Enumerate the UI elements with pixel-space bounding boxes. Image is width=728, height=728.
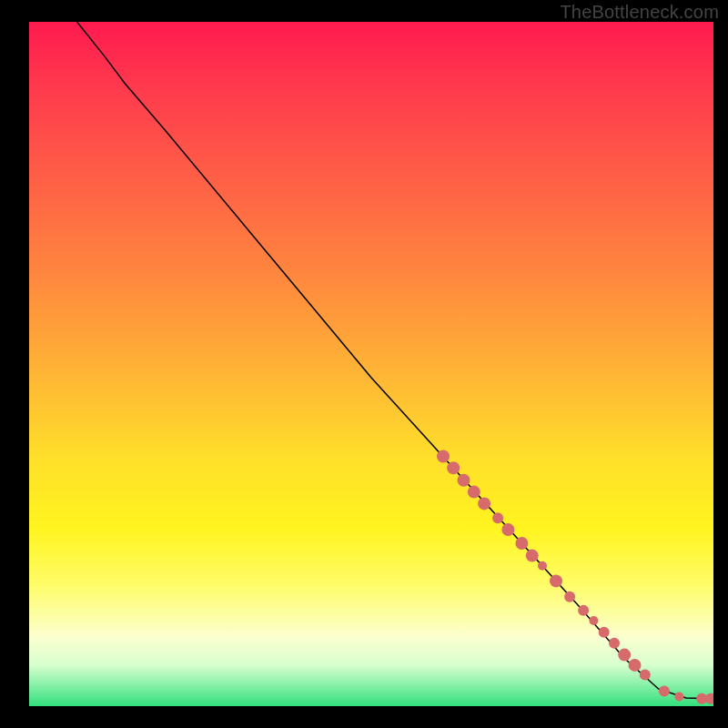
data-point: [458, 474, 470, 487]
data-point: [599, 627, 610, 638]
data-point: [468, 486, 480, 499]
plot-area: [29, 22, 713, 706]
data-point: [564, 592, 575, 602]
chart-svg: [29, 22, 713, 706]
data-point: [640, 669, 651, 680]
data-point: [609, 638, 620, 649]
data-point: [501, 523, 514, 536]
data-point: [550, 574, 562, 587]
data-point: [629, 659, 642, 672]
data-point: [437, 450, 450, 463]
data-point: [447, 461, 460, 474]
data-point: [526, 550, 539, 562]
data-point: [578, 605, 589, 616]
data-point: [538, 561, 547, 571]
markers-group: [437, 450, 713, 704]
data-point: [618, 649, 631, 662]
data-point: [705, 693, 713, 704]
curve-line: [77, 22, 711, 699]
data-point: [515, 537, 528, 550]
watermark-text: TheBottleneck.com: [560, 2, 719, 23]
data-point: [674, 693, 683, 702]
data-point: [492, 512, 503, 523]
data-point: [478, 497, 490, 510]
data-point: [589, 616, 598, 625]
data-point: [659, 686, 670, 697]
chart-frame: TheBottleneck.com: [0, 0, 728, 728]
